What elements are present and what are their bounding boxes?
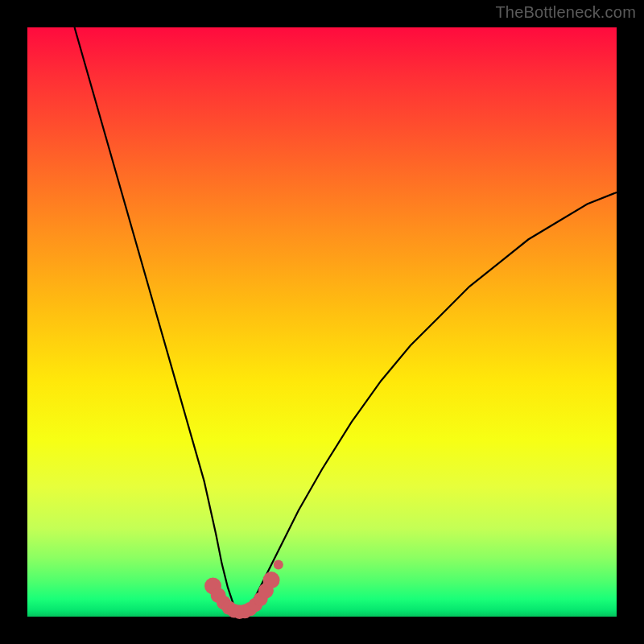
watermark-text: TheBottleneck.com <box>495 3 636 22</box>
optimal-dot <box>263 572 280 588</box>
optimal-range-dots <box>204 560 283 619</box>
chart-svg <box>27 27 617 617</box>
bottleneck-curve <box>75 27 617 611</box>
optimal-dot-outlier <box>274 560 283 570</box>
outer-frame: TheBottleneck.com <box>0 0 644 644</box>
plot-area <box>27 27 617 617</box>
